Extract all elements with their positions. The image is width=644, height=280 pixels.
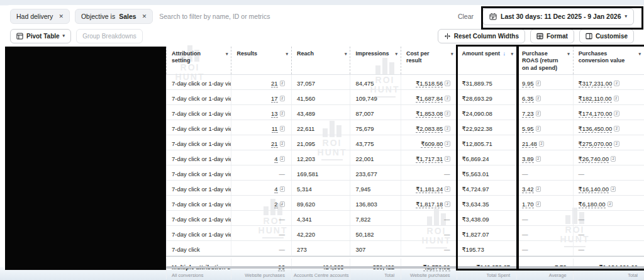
- column-header-cost-per-result[interactable]: Cost per result ▾: [401, 47, 457, 74]
- conv-value[interactable]: ₹16,140.00: [579, 186, 609, 193]
- cpr-value[interactable]: ₹2,083.85: [416, 125, 443, 133]
- clear-button[interactable]: Clear: [458, 13, 474, 20]
- footnote-marker: 2: [280, 186, 285, 192]
- attribution-sublabel: All conversions: [172, 225, 229, 225]
- redacted-region: [5, 47, 166, 270]
- footnote-marker: 2: [280, 81, 285, 86]
- cpr-sublabel: Website purchases: [403, 104, 450, 104]
- impressions-value: 7,822: [355, 216, 370, 223]
- impressions-cell: 109,749: [350, 90, 401, 104]
- attribution-sublabel: All conversions: [172, 255, 229, 255]
- roas-value: —: [522, 231, 528, 238]
- conv-value[interactable]: ₹317,231.00: [579, 80, 613, 87]
- cpr-value[interactable]: ₹1,687.84: [416, 95, 443, 103]
- close-icon[interactable]: ✕: [58, 13, 64, 20]
- cpr-value[interactable]: ₹1,518.56: [416, 80, 443, 87]
- results-value[interactable]: 11: [272, 125, 278, 133]
- filter-chip-label: Objective is: [81, 13, 115, 20]
- cpr-value[interactable]: ₹1,817.18: [416, 201, 443, 208]
- results-value[interactable]: 21: [271, 140, 278, 148]
- roas-value[interactable]: 21.48: [522, 140, 537, 148]
- column-header-attribution-setting[interactable]: Attribution setting ▾: [166, 47, 231, 74]
- results-value[interactable]: 2: [274, 201, 277, 208]
- column-header-purchases-conversion-value[interactable]: Purchases conversion value ▾: [573, 47, 644, 74]
- footnote-marker: 2: [445, 81, 450, 86]
- conv-value[interactable]: ₹174,170.00: [579, 110, 613, 118]
- filter-chip-had-delivery[interactable]: Had delivery ✕: [10, 9, 70, 24]
- results-value[interactable]: 13: [271, 110, 278, 118]
- results-sublabel: Website purchases: [233, 149, 285, 150]
- roas-cell: —: [516, 165, 573, 180]
- conv-cell: ₹182,110.002: [573, 90, 644, 104]
- search-input[interactable]: [158, 12, 324, 21]
- results-value[interactable]: 4: [274, 155, 277, 163]
- impressions-value: 233,677: [355, 171, 377, 177]
- chevron-down-icon[interactable]: ▾: [567, 52, 570, 57]
- filter-bar: Had delivery ✕ Objective is Sales ✕ Clea…: [4, 5, 644, 28]
- chevron-down-icon[interactable]: ▾: [345, 52, 347, 57]
- impressions-cell: 84,475: [350, 75, 401, 89]
- close-icon[interactable]: ✕: [142, 13, 147, 20]
- cpr-value[interactable]: ₹1,853.08: [416, 110, 443, 118]
- roas-value: —: [522, 246, 528, 253]
- roas-value[interactable]: 1.70: [522, 201, 534, 208]
- chevron-down-icon[interactable]: ▾: [451, 52, 453, 57]
- reset-column-widths-button[interactable]: Reset Column Widths: [438, 29, 525, 43]
- roas-value[interactable]: 3.42: [522, 186, 534, 193]
- results-cell: 172Website purchases: [231, 90, 291, 104]
- column-header-reach[interactable]: Reach ▾: [291, 47, 350, 74]
- footnote-marker: 2: [614, 126, 619, 132]
- conv-value[interactable]: ₹182,110.00: [579, 95, 612, 103]
- roas-value[interactable]: 9.95: [522, 80, 534, 87]
- column-header-label: Attribution setting: [172, 50, 201, 64]
- chevron-down-icon[interactable]: ▾: [511, 52, 514, 57]
- attribution-value: 7-day click or 1-day view: [172, 110, 231, 117]
- conv-value: —: [579, 246, 585, 253]
- roas-value[interactable]: 3.89: [522, 155, 534, 163]
- table-row: 7-day click or 1-day viewAll conversions…: [166, 90, 644, 105]
- reach-cell: 89,620: [291, 196, 350, 210]
- cpr-value[interactable]: ₹609.80: [421, 140, 443, 148]
- format-button[interactable]: Format: [530, 29, 574, 43]
- chevron-down-icon[interactable]: ▾: [396, 52, 398, 57]
- conv-value[interactable]: ₹275,070.00: [579, 140, 613, 148]
- chevron-down-icon[interactable]: ▾: [639, 52, 641, 57]
- conv-value[interactable]: ₹136,450.00: [579, 125, 613, 133]
- cpr-value[interactable]: ₹1,181.24: [416, 186, 443, 193]
- roas-value[interactable]: 5.95: [522, 125, 534, 133]
- impressions-value: 50,182: [355, 231, 374, 238]
- filter-chip-objective-sales[interactable]: Objective is Sales ✕: [75, 9, 153, 24]
- toolbar-right-group: Reset Column Widths Format Customise: [438, 29, 634, 43]
- date-range-button[interactable]: Last 30 days: 11 Dec 2025 - 9 Jan 2026 ▾: [482, 8, 634, 25]
- attribution-value: 7-day click or 1-day view: [172, 95, 231, 102]
- conv-value[interactable]: ₹26,740.00: [579, 155, 609, 163]
- roas-value[interactable]: 6.35: [522, 95, 534, 103]
- horizontal-scrollbar[interactable]: [166, 266, 644, 269]
- table-row: 7-day clickAll conversions—273307—₹195.7…: [166, 241, 644, 256]
- roas-cell: 1.702: [516, 196, 573, 210]
- roas-value[interactable]: 7.23: [522, 110, 534, 118]
- results-value[interactable]: 17: [271, 95, 278, 103]
- spent-value: ₹1,827.07: [462, 231, 489, 238]
- column-header-amount-spent[interactable]: Amount spent ↓ ▾: [457, 47, 517, 74]
- results-value[interactable]: 4: [274, 186, 277, 193]
- column-header-results[interactable]: Results ▾: [231, 47, 291, 74]
- reach-value: 12,203: [297, 155, 315, 162]
- sort-descending-icon[interactable]: ↓: [503, 50, 506, 57]
- group-breakdowns-button[interactable]: Group Breakdowns: [76, 29, 143, 43]
- customise-button[interactable]: Customise: [579, 29, 634, 43]
- footnote-marker: 2: [611, 156, 616, 162]
- footnote-marker: 2: [280, 201, 285, 207]
- chevron-down-icon[interactable]: ▾: [286, 52, 288, 57]
- table-row: 7-day click or 1-day viewAll conversions…: [166, 105, 644, 120]
- attribution-value: 7-day click or 1-day view: [172, 80, 231, 87]
- pivot-table-button[interactable]: Pivot Table ▾: [10, 29, 71, 43]
- column-header-impressions[interactable]: Impressions ▾: [350, 47, 401, 74]
- results-value[interactable]: 21: [271, 80, 278, 87]
- chevron-down-icon[interactable]: ▾: [226, 52, 228, 57]
- cpr-value: —: [444, 216, 450, 223]
- conv-value[interactable]: ₹6,180.00: [579, 201, 606, 208]
- cpr-value[interactable]: ₹1,717.31: [416, 155, 443, 163]
- column-header-purchase-roas[interactable]: Purchase ROAS (return on ad spend) ▾: [516, 47, 573, 74]
- footnote-marker: 2: [536, 126, 541, 132]
